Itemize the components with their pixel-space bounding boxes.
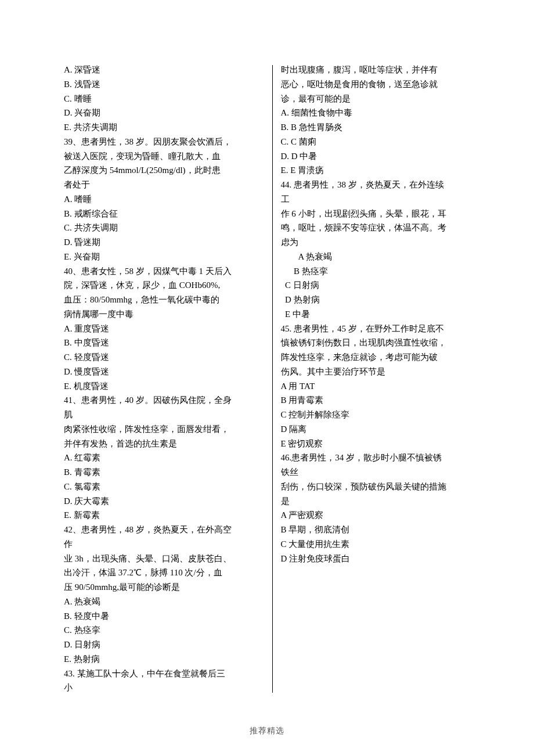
- q42-opt-d: D. 日射病: [64, 638, 264, 652]
- q41-opt-c: C. 氯霉素: [64, 480, 264, 494]
- option-c: C. 嗜睡: [64, 92, 264, 106]
- q39-line: 被送入医院，变现为昏睡、瞳孔散大，血: [64, 149, 264, 164]
- q42-line: 压 90/50mmhg,最可能的诊断是: [64, 580, 264, 595]
- option-b: B. 浅昏迷: [64, 77, 264, 92]
- option-e: E. 共济失调期: [64, 120, 264, 135]
- q46-opt-b: B 早期，彻底清创: [281, 523, 481, 537]
- q42-line: 出冷汗，体温 37.2℃，脉搏 110 次/分，血: [64, 566, 264, 580]
- q45-line: 45. 患者男性，45 岁，在野外工作时足底不: [281, 322, 481, 336]
- q46-opt-a: A 严密观察: [281, 508, 481, 523]
- q44-opt-e: E 中暑: [281, 307, 481, 322]
- q44-opt-c: C 日射病: [281, 278, 481, 293]
- q40-opt-c: C. 轻度昏迷: [64, 350, 264, 365]
- q43-line: 诊，最有可能的是: [281, 92, 481, 106]
- q39-opt-b: B. 戒断综合征: [64, 207, 264, 221]
- q40-opt-e: E. 机度昏迷: [64, 379, 264, 394]
- q43-opt-a: A. 细菌性食物中毒: [281, 106, 481, 120]
- q43-line: 恶心，呕吐物是食用的食物，送至急诊就: [281, 77, 481, 92]
- option-a: A. 深昏迷: [64, 63, 264, 77]
- left-column: A. 深昏迷 B. 浅昏迷 C. 嗜睡 D. 兴奋期 E. 共济失调期 39、患…: [64, 63, 272, 695]
- q40-opt-d: D. 慢度昏迷: [64, 365, 264, 379]
- q43-opt-b: B. B 急性胃肠炎: [281, 120, 481, 135]
- q42-opt-e: E. 热射病: [64, 652, 264, 667]
- q41-opt-e: E. 新霉素: [64, 508, 264, 523]
- q39-opt-d: D. 昏迷期: [64, 235, 264, 250]
- q44-line: 作 6 小时，出现剧烈头痛，头晕，眼花，耳: [281, 207, 481, 221]
- q39-line: 39、患者男性，38 岁。因朋友聚会饮酒后，: [64, 135, 264, 149]
- q42-opt-a: A. 热衰竭: [64, 595, 264, 609]
- q44-opt-a: A 热衰竭: [281, 250, 481, 264]
- q46-opt-c: C 大量使用抗生素: [281, 537, 481, 552]
- q40-line: 院，深昏迷，休克，尿少，血 COHb60%,: [64, 278, 264, 293]
- q45-line: 慎被锈钉刺伤数日，出现肌肉强直性收缩，: [281, 336, 481, 350]
- q39-opt-e: E. 兴奋期: [64, 250, 264, 264]
- q43-opt-d: D. D 中暑: [281, 149, 481, 164]
- q44-line: 44. 患者男性，38 岁，炎热夏天，在外连续: [281, 178, 481, 192]
- q42-line: 42、患者男性，48 岁，炎热夏天，在外高空: [64, 523, 264, 537]
- q43-opt-e: E. E 胃溃疡: [281, 163, 481, 178]
- q42-opt-c: C. 热痉挛: [64, 623, 264, 638]
- option-d: D. 兴奋期: [64, 106, 264, 120]
- q41-line: 肉紧张性收缩，阵发性痉挛，面唇发绀看，: [64, 422, 264, 437]
- q44-line: 鸣，呕吐，烦躁不安等症状，体温不高。考: [281, 221, 481, 235]
- q41-line: 肌: [64, 408, 264, 422]
- q45-opt-a: A 用 TAT: [281, 379, 481, 394]
- q46-line: 刮伤，伤口较深，预防破伤风最关键的措施: [281, 480, 481, 494]
- q44-opt-d: D 热射病: [281, 293, 481, 307]
- q42-line: 业 3h，出现头痛、头晕、口渴、皮肤苍白、: [64, 552, 264, 566]
- q39-line: 乙醇深度为 54mmol/L(250mg/dl)，此时患: [64, 163, 264, 178]
- q44-line: 虑为: [281, 235, 481, 250]
- q40-opt-a: A. 重度昏迷: [64, 322, 264, 336]
- q44-line: 工: [281, 192, 481, 207]
- q45-opt-e: E 密切观察: [281, 437, 481, 451]
- q40-opt-b: B. 中度昏迷: [64, 336, 264, 350]
- q44-opt-b: B 热痉挛: [281, 264, 481, 279]
- q41-opt-b: B. 青霉素: [64, 465, 264, 480]
- q46-line: 是: [281, 494, 481, 509]
- q46-opt-d: D 注射免疫球蛋白: [281, 552, 481, 566]
- q43-line: 43. 某施工队十余人，中午在食堂就餐后三: [64, 667, 264, 681]
- q43-line: 时出现腹痛，腹泻，呕吐等症状，并伴有: [281, 63, 481, 77]
- q45-line: 阵发性痉挛，来急症就诊，考虑可能为破: [281, 350, 481, 365]
- q43-opt-c: C. C 菌痢: [281, 135, 481, 149]
- q41-line: 41、患者男性，40 岁。因破伤风住院，全身: [64, 393, 264, 408]
- q45-opt-b: B 用青霉素: [281, 393, 481, 408]
- q40-line: 40、患者女性，58 岁，因煤气中毒 1 天后入: [64, 264, 264, 279]
- right-column: 时出现腹痛，腹泻，呕吐等症状，并伴有 恶心，呕吐物是食用的食物，送至急诊就 诊，…: [273, 63, 481, 695]
- page: A. 深昏迷 B. 浅昏迷 C. 嗜睡 D. 兴奋期 E. 共济失调期 39、患…: [0, 0, 534, 756]
- q41-line: 并伴有发热，首选的抗生素是: [64, 437, 264, 451]
- q39-opt-c: C. 共济失调期: [64, 221, 264, 235]
- q39-line: 者处于: [64, 178, 264, 192]
- q46-line: 铁丝: [281, 465, 481, 480]
- q41-opt-a: A. 红霉素: [64, 451, 264, 465]
- q45-opt-d: D 隔离: [281, 422, 481, 437]
- page-footer: 推荐精选: [0, 724, 534, 737]
- q42-line: 作: [64, 537, 264, 552]
- q39-opt-a: A. 嗜睡: [64, 192, 264, 207]
- q45-line: 伤风。其中主要治疗环节是: [281, 365, 481, 379]
- q40-line: 病情属哪一度中毒: [64, 307, 264, 322]
- q46-line: 46.患者男性，34 岁，散步时小腿不慎被锈: [281, 451, 481, 465]
- q45-opt-c: C 控制并解除痉挛: [281, 408, 481, 422]
- two-column-layout: A. 深昏迷 B. 浅昏迷 C. 嗜睡 D. 兴奋期 E. 共济失调期 39、患…: [64, 63, 481, 695]
- q42-opt-b: B. 轻度中暑: [64, 609, 264, 624]
- q40-line: 血压：80/50mmhg，急性一氧化碳中毒的: [64, 293, 264, 307]
- q41-opt-d: D. 庆大霉素: [64, 494, 264, 509]
- q43-line: 小: [64, 681, 264, 695]
